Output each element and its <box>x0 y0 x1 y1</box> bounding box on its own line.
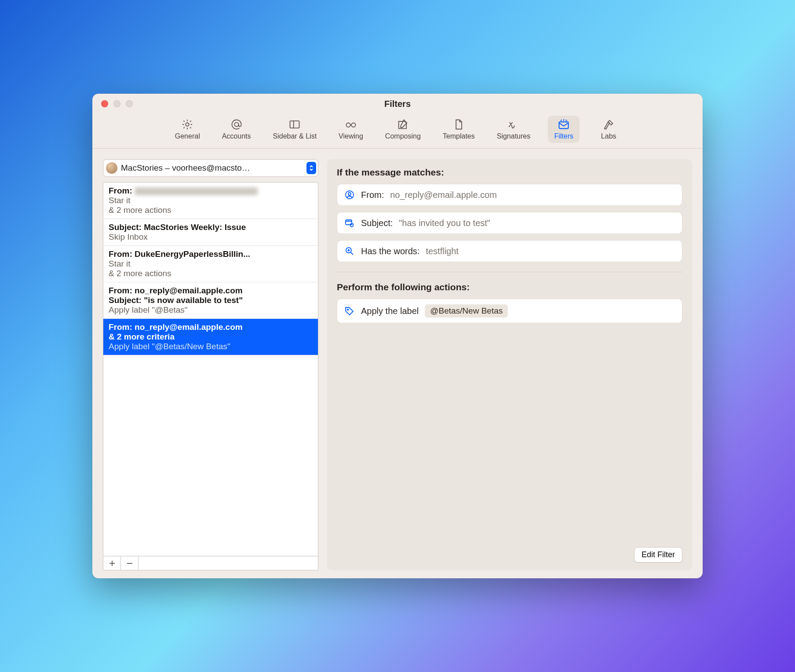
toolbar-label: Templates <box>443 132 475 140</box>
filter-title: Subject: MacStories Weekly: Issue <box>109 223 313 232</box>
condition-value: "has invited you to test" <box>399 218 490 228</box>
condition-label: Has the words: <box>361 246 419 256</box>
filter-subtitle: Apply label "@Betas" <box>109 305 313 315</box>
filter-title: From: no_reply@email.apple.com <box>109 322 313 332</box>
hammer-icon <box>602 118 615 131</box>
document-icon <box>452 118 465 131</box>
filter-subtitle: & 2 more actions <box>109 269 313 278</box>
filter-subtitle: Star it <box>109 196 313 205</box>
svg-point-4 <box>346 123 350 127</box>
toolbar-label: General <box>175 132 200 140</box>
subject-icon <box>344 218 355 228</box>
filter-title-2: Subject: "is now available to test" <box>109 296 313 305</box>
filter-add-remove-bar <box>103 556 318 570</box>
action-row[interactable]: Apply the label @Betas/New Betas <box>337 299 682 323</box>
signature-icon <box>507 118 520 131</box>
tag-icon <box>344 306 355 316</box>
filter-rows: From: Star it & 2 more actions Subject: … <box>103 183 318 556</box>
filter-subtitle: Skip Inbox <box>109 232 313 242</box>
filter-row[interactable]: From: DukeEnergyPaperlessBillin... Star … <box>103 246 318 282</box>
gear-icon <box>181 118 194 131</box>
toolbar-viewing[interactable]: Viewing <box>334 116 368 143</box>
action-label: Apply the label <box>361 306 419 316</box>
conditions-heading: If the message matches: <box>337 167 682 178</box>
filter-title-2: & 2 more criteria <box>109 332 313 342</box>
condition-row[interactable]: Has the words: testflight <box>337 240 682 262</box>
account-selector[interactable]: MacStories – voorhees@macsto… <box>103 159 318 177</box>
edit-filter-button[interactable]: Edit Filter <box>634 547 682 562</box>
toolbar-label: Accounts <box>222 132 251 140</box>
toolbar-general[interactable]: General <box>171 116 204 143</box>
svg-point-5 <box>351 123 355 127</box>
compose-icon <box>396 118 409 131</box>
filter-row[interactable]: From: Star it & 2 more actions <box>103 183 318 219</box>
dropdown-chevron-icon <box>306 162 316 174</box>
condition-row[interactable]: From: no_reply@email.apple.com <box>337 184 682 206</box>
account-name: MacStories – voorhees@macsto… <box>121 163 303 173</box>
toolbar-label: Labs <box>601 132 616 140</box>
filter-subtitle: Star it <box>109 259 313 269</box>
plus-icon <box>109 560 116 567</box>
content-area: MacStories – voorhees@macsto… From: Star… <box>92 149 703 578</box>
condition-value: no_reply@email.apple.com <box>390 190 497 200</box>
toolbar-label: Signatures <box>497 132 531 140</box>
minus-icon <box>126 560 133 567</box>
filter-row[interactable]: From: no_reply@email.apple.com Subject: … <box>103 282 318 319</box>
sidebar-icon <box>288 118 301 131</box>
section-divider <box>337 272 682 272</box>
filter-title: From: no_reply@email.apple.com <box>109 286 313 296</box>
toolbar-label: Viewing <box>339 132 363 140</box>
condition-row[interactable]: Subject: "has invited you to test" <box>337 212 682 234</box>
at-icon <box>230 118 243 131</box>
window-title: Filters <box>92 99 703 109</box>
filter-row[interactable]: From: no_reply@email.apple.com & 2 more … <box>103 319 318 355</box>
actions-heading: Perform the following actions: <box>337 282 682 292</box>
filter-title: From: DukeEnergyPaperlessBillin... <box>109 249 313 259</box>
toolbar-sidebar-list[interactable]: Sidebar & List <box>269 116 321 143</box>
person-icon <box>344 190 355 200</box>
filter-sidebar: MacStories – voorhees@macsto… From: Star… <box>103 159 318 570</box>
search-icon <box>344 246 355 256</box>
condition-value: testflight <box>426 246 458 256</box>
toolbar-label: Composing <box>385 132 421 140</box>
toolbar-label: Filters <box>554 132 573 140</box>
filter-mail-icon <box>557 118 570 131</box>
detail-footer: Edit Filter <box>337 547 682 562</box>
spacer <box>139 556 318 570</box>
toolbar-filters[interactable]: Filters <box>548 116 580 143</box>
toolbar-label: Sidebar & List <box>273 132 317 140</box>
redacted-text <box>135 187 258 195</box>
toolbar-labs[interactable]: Labs <box>593 116 624 143</box>
svg-point-0 <box>186 123 189 126</box>
add-filter-button[interactable] <box>103 556 121 570</box>
filter-row[interactable]: Subject: MacStories Weekly: Issue Skip I… <box>103 219 318 246</box>
glasses-icon <box>344 118 357 131</box>
toolbar-composing[interactable]: Composing <box>381 116 425 143</box>
filter-subtitle: Apply label "@Betas/New Betas" <box>109 342 313 351</box>
svg-rect-6 <box>559 122 569 128</box>
filter-detail-panel: If the message matches: From: no_reply@e… <box>327 159 692 570</box>
preferences-window: Filters General Accounts Sidebar & List … <box>92 94 703 578</box>
titlebar: Filters <box>92 94 703 114</box>
filter-subtitle: & 2 more actions <box>109 205 313 215</box>
filter-title: From: <box>109 186 132 195</box>
toolbar-signatures[interactable]: Signatures <box>492 116 535 143</box>
toolbar-accounts[interactable]: Accounts <box>218 116 255 143</box>
account-avatar <box>106 162 117 174</box>
remove-filter-button[interactable] <box>121 556 139 570</box>
toolbar-templates[interactable]: Templates <box>438 116 479 143</box>
condition-label: Subject: <box>361 218 393 228</box>
svg-point-11 <box>347 309 349 310</box>
svg-rect-2 <box>290 121 299 128</box>
condition-label: From: <box>361 190 384 200</box>
svg-point-8 <box>348 193 351 195</box>
svg-point-1 <box>234 122 238 126</box>
preferences-toolbar: General Accounts Sidebar & List Viewing … <box>92 114 703 149</box>
action-label-chip: @Betas/New Betas <box>425 304 508 318</box>
filter-list: From: Star it & 2 more actions Subject: … <box>103 182 318 556</box>
